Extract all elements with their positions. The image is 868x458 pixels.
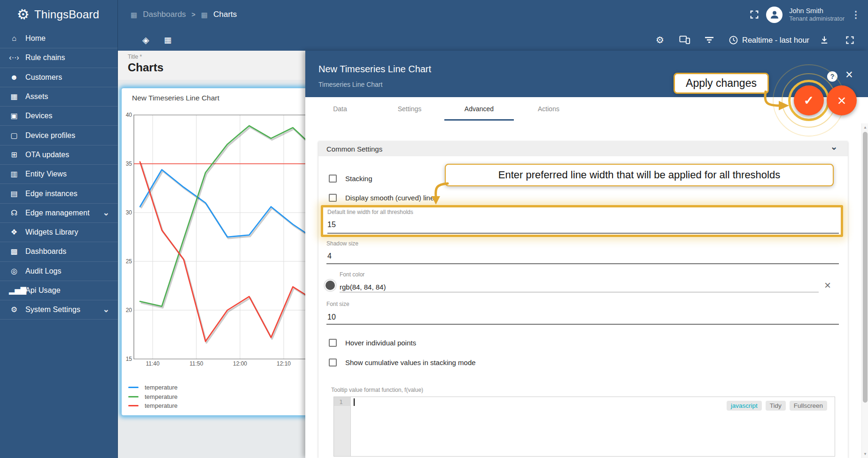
sidebar-item-label: Device profiles [25, 131, 75, 140]
check-icon: ✓ [804, 93, 814, 108]
breadcrumb-dashboards-link[interactable]: Dashboards [143, 10, 186, 19]
sidebar-item[interactable]: ▢ Device profiles [0, 126, 118, 145]
sidebar-item[interactable]: ▤ Edge instances [0, 184, 118, 203]
cumulative-values-label: Show cumulative values in stacking mode [345, 359, 476, 366]
clear-font-color-icon[interactable]: × [824, 280, 831, 291]
help-icon[interactable]: ? [827, 71, 837, 82]
stacking-checkbox[interactable] [329, 175, 337, 183]
cumulative-values-checkbox[interactable] [329, 359, 337, 366]
scroll-up-icon[interactable]: ▲ [862, 125, 868, 130]
sidebar-item[interactable]: ☊ Edge management ⌄ [0, 204, 118, 223]
panel-scrollbar[interactable]: ▲ ▼ [861, 123, 868, 458]
dashboard-settings-gear-icon[interactable]: ⚙ [656, 29, 664, 51]
font-color-input[interactable]: rgb(84, 84, 84) [340, 283, 386, 291]
legend-item[interactable]: temperature [128, 383, 178, 392]
tab[interactable]: Advanced [444, 97, 514, 121]
dashboard-grid-icon: ▦ [131, 11, 137, 18]
sidebar-item-label: OTA updates [25, 151, 69, 159]
common-settings-header[interactable]: Common Settings [318, 141, 848, 156]
export-dashboard-icon[interactable] [820, 29, 829, 51]
close-icon: × [837, 93, 846, 108]
font-color-underline [340, 292, 819, 292]
sidebar-item[interactable]: ▣ Devices [0, 107, 118, 126]
editor-chip-button[interactable]: Fullscreen [790, 401, 827, 411]
line-chart: 40353025201511:4011:5012:0012:10 [122, 106, 305, 368]
sidebar-item[interactable]: ▥ Entity Views [0, 165, 118, 184]
dashboard-toolbar: ◈ ▦ ⚙ Realtime - last hour [118, 29, 868, 51]
legend-series-label: temperature [145, 393, 178, 400]
customers-icon: ☻ [9, 74, 19, 81]
scrollbar-thumb[interactable] [863, 132, 868, 403]
sidebar-divider [117, 0, 118, 458]
tab[interactable]: Data [305, 97, 375, 121]
cancel-changes-button[interactable]: × [827, 85, 857, 115]
edge-management-icon: ☊ [9, 209, 19, 217]
font-size-input[interactable]: 10 [327, 313, 336, 321]
sidebar-item[interactable]: ▦ Assets [0, 87, 118, 107]
dashboard-layout-icon[interactable]: ▦ [164, 29, 171, 51]
sidebar-item[interactable]: ▂▅▇ Api Usage [0, 281, 118, 300]
sidebar-item[interactable]: ⊞ OTA updates [0, 145, 118, 165]
breadcrumb-separator: > [192, 11, 195, 18]
code-editor[interactable]: 1 javascript Tidy Fullscreen [333, 397, 835, 457]
sidebar-item[interactable]: ☻ Customers [0, 68, 118, 87]
editor-cursor [354, 398, 355, 406]
fullscreen-toggle-icon[interactable] [749, 9, 760, 20]
apply-changes-tooltip: Apply changes [674, 73, 769, 94]
kebab-menu-icon[interactable]: ⋮ [851, 9, 860, 20]
chart-legend: temperature temperature temperature [128, 383, 178, 411]
dashboards-icon: ▩ [9, 248, 19, 255]
sidebar-item-label: Edge instances [25, 190, 78, 198]
chevron-down-icon: ⌄ [103, 307, 109, 312]
entity-aliases-icon[interactable] [679, 29, 690, 51]
svg-text:12:00: 12:00 [233, 360, 247, 367]
breadcrumb-current: Charts [213, 10, 237, 19]
sidebar-item[interactable]: ▩ Dashboards [0, 242, 118, 261]
rule-chains-icon: ‹··› [9, 54, 19, 61]
filters-icon[interactable] [704, 29, 714, 51]
font-color-swatch[interactable] [325, 280, 336, 291]
legend-item[interactable]: temperature [128, 401, 178, 411]
sidebar-item-label: Devices [25, 112, 53, 120]
timewindow-label: Realtime - last hour [742, 36, 809, 45]
sidebar-item[interactable]: ⌂ Home [0, 29, 118, 48]
expand-dashboard-icon[interactable] [845, 29, 855, 51]
editor-chip-button[interactable]: Tidy [766, 401, 786, 411]
dashboard-title-input[interactable]: Charts [128, 61, 163, 74]
shadow-size-input[interactable]: 4 [327, 252, 332, 260]
apply-changes-button[interactable]: ✓ [794, 85, 824, 115]
svg-text:20: 20 [126, 307, 132, 313]
sidebar-item[interactable]: ❖ Widgets Library [0, 223, 118, 242]
sidebar-item[interactable]: ‹··› Rule chains [0, 48, 118, 68]
scroll-down-icon[interactable]: ▼ [862, 452, 868, 456]
tab[interactable]: Actions [514, 97, 583, 121]
sidebar-item-label: Widgets Library [25, 228, 78, 237]
home-icon: ⌂ [9, 35, 19, 42]
user-avatar[interactable] [766, 7, 783, 23]
shadow-size-label: Shadow size [326, 240, 358, 247]
line-width-input[interactable]: 15 [327, 221, 336, 229]
svg-text:25: 25 [126, 258, 132, 265]
timewindow-button[interactable]: Realtime - last hour [728, 29, 809, 51]
smooth-lines-checkbox[interactable] [329, 194, 337, 202]
hover-points-checkbox[interactable] [329, 339, 337, 347]
app-logo: ⚙ ThingsBoard [17, 0, 99, 29]
user-info: John Smith Tenant administrator [789, 7, 845, 23]
widget-bundles-icon[interactable]: ◈ [142, 29, 149, 51]
legend-series-label: temperature [145, 402, 178, 409]
sidebar-item-label: Api Usage [25, 286, 61, 295]
sidebar-item-label: Customers [25, 73, 62, 82]
legend-item[interactable]: temperature [128, 392, 178, 402]
sidebar-item[interactable]: ⚙ System Settings ⌄ [0, 300, 118, 320]
sidebar-nav: ⌂ Home ‹··› Rule chains ☻ Customers ▦ As… [0, 29, 118, 458]
tab[interactable]: Settings [375, 97, 444, 121]
edit-panel-title: New Timeseries Line Chart [318, 64, 431, 75]
section-chevron-down-icon[interactable]: ⌄ [830, 145, 837, 150]
breadcrumb: ▦ Dashboards > ▦ Charts [131, 0, 237, 29]
svg-text:30: 30 [126, 209, 132, 216]
font-size-underline [326, 324, 839, 325]
editor-chip-button[interactable]: javascript [727, 401, 762, 411]
legend-series-dash [128, 405, 139, 406]
sidebar-item[interactable]: ◎ Audit Logs [0, 262, 118, 281]
close-panel-icon[interactable]: × [845, 69, 853, 81]
